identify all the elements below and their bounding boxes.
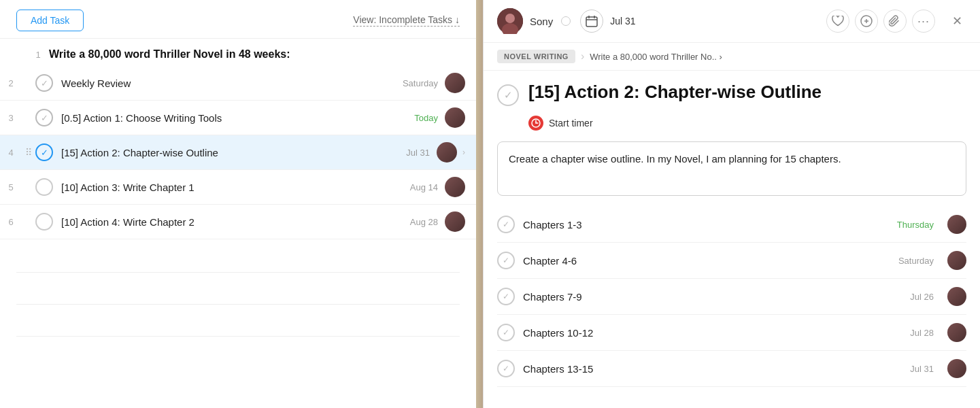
section-header-row: 1 Write a 80,000 word Thriller Novel in …	[0, 39, 476, 66]
view-filter[interactable]: View: Incomplete Tasks ↓	[353, 14, 460, 27]
subtask-avatar	[947, 359, 966, 378]
row-num: 6	[0, 217, 22, 227]
row-num-1: 1	[27, 50, 49, 60]
task-complete-checkbox[interactable]: ✓	[497, 84, 519, 106]
breadcrumb-title[interactable]: Write a 80,000 word Thriller No.. ›	[590, 52, 722, 62]
timer-icon	[528, 116, 543, 131]
task-title: [10] Action 4: Wirte Chapter 2	[61, 216, 410, 228]
user-avatar	[497, 8, 523, 34]
status-circle-icon[interactable]	[561, 16, 571, 26]
left-panel: Add Task View: Incomplete Tasks ↓ 1 Writ…	[0, 0, 476, 408]
task-title-row: ✓ [15] Action 2: Chapter-wise Outline	[497, 71, 966, 113]
header-actions: ···	[826, 10, 935, 33]
avatar	[445, 177, 465, 197]
due-date: Jul 31	[610, 16, 635, 27]
task-title: [10] Action 3: Write Chapter 1	[61, 182, 410, 193]
subtask-checkbox[interactable]: ✓	[497, 288, 515, 305]
subtask-date: Thursday	[897, 220, 934, 230]
subtask-avatar	[947, 251, 966, 270]
subtask-title: Chapters 1-3	[523, 219, 889, 231]
svg-point-1	[505, 14, 515, 23]
timer-row: Start timer	[497, 113, 966, 139]
task-row[interactable]: 3 ✓ [0.5] Action 1: Choose Writing Tools…	[0, 101, 476, 135]
task-checkbox[interactable]	[35, 213, 53, 231]
task-row[interactable]: 6 [10] Action 4: Wirte Chapter 2 Aug 28	[0, 205, 476, 239]
task-title: [0.5] Action 1: Choose Writing Tools	[61, 112, 414, 124]
task-date: Jul 31	[406, 148, 430, 158]
subtask-row[interactable]: ✓ Chapters 7-9 Jul 26	[497, 279, 966, 315]
drag-handle[interactable]: ⠿	[22, 147, 35, 158]
task-row[interactable]: 5 [10] Action 3: Write Chapter 1 Aug 14	[0, 170, 476, 205]
breadcrumb-separator-icon: ›	[581, 50, 584, 63]
description-box[interactable]: Create a chapter wise outline. In my Nov…	[497, 141, 966, 196]
row-num: 3	[0, 113, 22, 123]
subtask-avatar	[947, 287, 966, 306]
task-detail-content: ✓ [15] Action 2: Chapter-wise Outline St…	[484, 71, 980, 408]
spacer	[0, 278, 476, 299]
subtask-date: Jul 31	[910, 364, 934, 374]
avatar	[445, 211, 465, 232]
user-name: Sony	[530, 16, 553, 27]
task-title: [15] Action 2: Chapter-wise Outline	[61, 147, 406, 158]
breadcrumb-bar: NOVEL WRITING › Write a 80,000 word Thri…	[484, 43, 980, 71]
subtask-row[interactable]: ✓ Chapter 4-6 Saturday	[497, 243, 966, 279]
subtask-title: Chapters 10-12	[523, 327, 902, 339]
divider	[16, 272, 460, 273]
spacer	[0, 310, 476, 330]
subtask-checkbox[interactable]: ✓	[497, 216, 515, 233]
share-icon-button[interactable]	[855, 10, 878, 33]
row-num: 4	[0, 148, 22, 158]
left-toolbar: Add Task View: Incomplete Tasks ↓	[0, 0, 476, 39]
spacer	[0, 239, 476, 267]
avatar	[445, 107, 465, 128]
timer-label[interactable]: Start timer	[549, 118, 593, 129]
task-list: 1 Write a 80,000 word Thriller Novel in …	[0, 39, 476, 408]
subtask-date: Jul 26	[910, 292, 934, 302]
subtask-row[interactable]: ✓ Chapters 10-12 Jul 28	[497, 315, 966, 351]
subtask-checkbox[interactable]: ✓	[497, 360, 515, 377]
subtask-avatar	[947, 323, 966, 342]
section-title: Write a 80,000 word Thriller Novel in 48…	[49, 48, 476, 61]
add-task-button[interactable]: Add Task	[16, 10, 84, 31]
subtask-date: Jul 28	[910, 328, 934, 338]
subtask-title: Chapter 4-6	[523, 255, 890, 267]
avatar	[437, 142, 457, 163]
breadcrumb-tag[interactable]: NOVEL WRITING	[497, 50, 575, 63]
task-date: Saturday	[403, 78, 438, 88]
subtask-row[interactable]: ✓ Chapters 1-3 Thursday	[497, 207, 966, 243]
calendar-icon-button[interactable]	[580, 10, 603, 33]
task-row-selected[interactable]: 4 ⠿ ✓ [15] Action 2: Chapter-wise Outlin…	[0, 135, 476, 170]
right-header: Sony Jul 31	[484, 0, 980, 43]
subtask-date: Saturday	[898, 256, 934, 266]
subtask-title: Chapters 7-9	[523, 291, 902, 303]
heart-icon-button[interactable]	[826, 10, 849, 33]
task-title: Weekly Review	[61, 78, 403, 89]
more-icon-button[interactable]: ···	[912, 10, 935, 33]
svg-rect-3	[586, 17, 597, 27]
task-checkbox[interactable]: ✓	[35, 109, 53, 126]
row-num: 5	[0, 182, 22, 192]
subtask-checkbox[interactable]: ✓	[497, 252, 515, 269]
subtasks-section: ✓ Chapters 1-3 Thursday ✓ Chapter 4-6 Sa…	[497, 207, 966, 387]
task-row[interactable]: 2 ✓ Weekly Review Saturday	[0, 66, 476, 101]
row-num: 2	[0, 78, 22, 88]
task-main-title: [15] Action 2: Chapter-wise Outline	[528, 82, 966, 103]
task-date: Aug 14	[410, 182, 438, 192]
subtask-title: Chapters 13-15	[523, 363, 902, 375]
attachment-icon-button[interactable]	[883, 10, 907, 33]
task-checkbox[interactable]: ✓	[35, 143, 53, 161]
avatar	[445, 73, 465, 93]
task-date: Today	[414, 113, 438, 123]
divider	[16, 336, 460, 337]
task-date: Aug 28	[410, 217, 438, 227]
right-panel: Sony Jul 31	[483, 0, 980, 408]
subtask-avatar	[947, 215, 966, 234]
close-button[interactable]: ✕	[947, 12, 966, 31]
chevron-right-icon: ›	[462, 148, 465, 157]
subtask-checkbox[interactable]: ✓	[497, 324, 515, 341]
task-checkbox[interactable]	[35, 178, 53, 196]
subtask-row[interactable]: ✓ Chapters 13-15 Jul 31	[497, 351, 966, 387]
divider	[16, 304, 460, 305]
task-checkbox[interactable]: ✓	[35, 74, 53, 92]
wood-divider	[476, 0, 483, 408]
